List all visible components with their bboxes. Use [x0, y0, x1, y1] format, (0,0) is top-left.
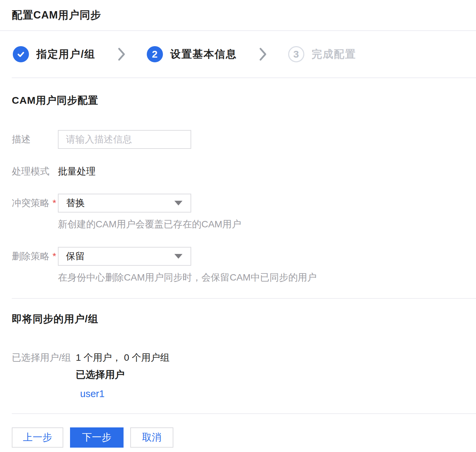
divider [12, 77, 476, 78]
step-2-circle: 2 [147, 46, 163, 62]
chevron-right-icon [118, 47, 125, 61]
section-title-sync-config: CAM用户同步配置 [12, 95, 476, 105]
selected-users-summary: 1 个用户， 0 个用户组 [76, 353, 169, 363]
form-row-conflict-strategy: 冲突策略 * 替换 新创建的CAM用户会覆盖已存在的CAM用户 [12, 194, 476, 229]
description-label: 描述 [12, 130, 58, 149]
required-asterisk: * [53, 198, 56, 208]
description-input[interactable] [58, 130, 191, 149]
delete-strategy-label: 删除策略 [12, 250, 49, 263]
cancel-button[interactable]: 取消 [130, 427, 173, 448]
previous-step-button[interactable]: 上一步 [12, 427, 63, 448]
page-title: 配置CAM用户同步 [12, 8, 101, 22]
delete-strategy-select[interactable]: 保留 [58, 247, 191, 266]
required-asterisk: * [53, 251, 56, 262]
process-mode-value: 批量处理 [58, 166, 96, 177]
section-title-sync-users: 即将同步的用户/组 [12, 314, 476, 324]
step-2-number: 2 [152, 49, 158, 60]
step-2-basic-info: 2 设置基本信息 [147, 46, 237, 62]
form-row-description: 描述 [12, 130, 476, 149]
step-1-specify-users: 指定用户/组 [13, 46, 96, 62]
dropdown-arrow-icon [174, 254, 182, 259]
conflict-strategy-select[interactable]: 替换 [58, 194, 191, 213]
divider [12, 298, 476, 299]
page-header: 配置CAM用户同步 [0, 0, 476, 31]
step-wizard: 指定用户/组 2 设置基本信息 3 完成配置 [0, 31, 476, 77]
conflict-strategy-label: 冲突策略 [12, 197, 49, 209]
step-1-circle [13, 46, 29, 62]
step-3-label: 完成配置 [312, 47, 356, 61]
selected-users-title: 已选择用户 [76, 369, 169, 380]
step-3-circle: 3 [288, 46, 304, 62]
delete-strategy-help: 在身份中心删除CAM用户同步时，会保留CAM中已同步的用户 [58, 272, 316, 283]
selected-user-link[interactable]: user1 [80, 389, 105, 399]
conflict-strategy-help: 新创建的CAM用户会覆盖已存在的CAM用户 [58, 219, 241, 229]
dropdown-arrow-icon [174, 201, 182, 205]
form-row-selected-users: 已选择用户/组 1 个用户， 0 个用户组 已选择用户 user1 [12, 353, 476, 399]
chevron-right-icon [259, 47, 267, 61]
form-row-process-mode: 处理模式 批量处理 [12, 166, 476, 177]
step-3-finish: 3 完成配置 [288, 46, 356, 62]
selected-users-label: 已选择用户/组 [12, 353, 76, 363]
check-icon [16, 49, 26, 59]
next-step-button[interactable]: 下一步 [70, 427, 124, 448]
delete-strategy-value: 保留 [66, 250, 85, 263]
form-row-delete-strategy: 删除策略 * 保留 在身份中心删除CAM用户同步时，会保留CAM中已同步的用户 [12, 247, 476, 283]
divider [12, 413, 476, 414]
process-mode-label: 处理模式 [12, 166, 58, 177]
step-1-label: 指定用户/组 [36, 47, 96, 61]
conflict-strategy-value: 替换 [66, 197, 85, 209]
footer-actions: 上一步 下一步 取消 [12, 427, 476, 452]
step-3-number: 3 [293, 49, 299, 60]
step-2-label: 设置基本信息 [170, 47, 237, 61]
main-content: CAM用户同步配置 描述 处理模式 批量处理 冲突策略 * 替换 新创建的CAM… [0, 95, 476, 452]
